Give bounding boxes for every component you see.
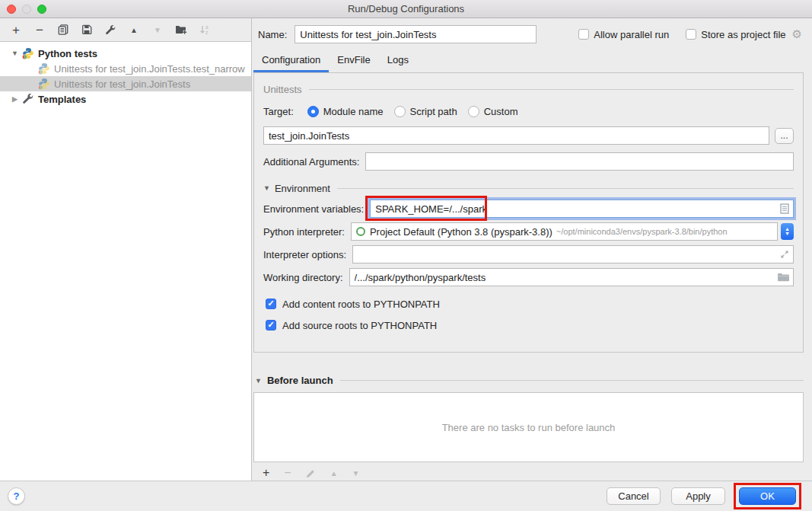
edit-task-pencil-icon	[306, 468, 316, 478]
tab-logs[interactable]: Logs	[379, 48, 417, 72]
tree-item-unittest-narrow[interactable]: Unittests for test_join.JoinTests.test_n…	[0, 61, 251, 76]
additional-arguments-input[interactable]	[365, 152, 794, 171]
empty-tasks-message: There are no tasks to run before launch	[442, 422, 616, 433]
environment-variables-row: Environment variables:	[263, 197, 794, 220]
separator-line	[309, 89, 794, 90]
move-task-down-icon: ▼	[352, 469, 360, 477]
run-debug-configurations-dialog: Run/Debug Configurations + − ▲ ▼	[0, 0, 812, 511]
configurations-sidebar: + − ▲ ▼ az	[0, 18, 252, 481]
additional-arguments-row: Additional Arguments:	[263, 150, 794, 173]
checkbox-label: Allow parallel run	[594, 29, 669, 40]
collapse-icon[interactable]: ▼	[255, 377, 262, 385]
configurations-tree: ▼ Python tests Unittests for test_join.J…	[0, 41, 251, 481]
add-task-icon[interactable]: +	[263, 466, 269, 480]
radio-selected-icon[interactable]	[307, 106, 319, 117]
new-folder-icon[interactable]	[175, 24, 187, 36]
tab-envfile[interactable]: EnvFile	[329, 48, 378, 72]
store-as-project-file-checkbox[interactable]: Store as project file	[686, 29, 785, 40]
checkbox-icon[interactable]	[578, 29, 589, 40]
checkbox-label: Add source roots to PYTHONPATH	[282, 320, 437, 331]
environment-variables-input[interactable]	[370, 200, 794, 218]
group-title: Environment	[275, 183, 330, 194]
unittests-group-header: Unittests	[263, 80, 794, 98]
module-name-input[interactable]	[263, 126, 769, 145]
move-down-icon: ▼	[151, 24, 164, 36]
collapse-icon[interactable]: ▼	[263, 184, 270, 192]
remove-task-icon: −	[284, 466, 291, 480]
configuration-tab-panel: Unittests Target: Module name Script pat…	[253, 72, 804, 353]
radio-icon[interactable]	[394, 106, 406, 117]
edit-templates-wrench-icon[interactable]	[104, 24, 116, 36]
save-configuration-icon[interactable]	[81, 24, 93, 36]
radio-custom[interactable]: Custom	[468, 106, 518, 117]
name-label: Name:	[258, 29, 287, 40]
cancel-button[interactable]: Cancel	[607, 487, 661, 505]
help-button[interactable]: ?	[8, 487, 25, 505]
source-roots-checkbox[interactable]: Add source roots to PYTHONPATH	[263, 315, 794, 336]
target-row: Target: Module name Script path Custom	[263, 100, 794, 123]
tab-configuration[interactable]: Configuration	[253, 48, 329, 72]
allow-parallel-run-checkbox[interactable]: Allow parallel run	[578, 29, 669, 40]
name-input[interactable]	[295, 25, 537, 43]
group-title: Unittests	[263, 84, 302, 95]
tree-item-unittest-join-selected[interactable]: Unittests for test_join.JoinTests	[0, 76, 251, 91]
working-directory-input[interactable]	[349, 268, 794, 286]
combobox-stepper-icon[interactable]: ▲▼	[781, 223, 794, 240]
python-test-icon	[38, 62, 50, 75]
checkbox-label: Store as project file	[701, 29, 785, 40]
python-interpreter-row: Python interpreter: Project Default (Pyt…	[263, 220, 794, 243]
tree-item-label: Templates	[38, 94, 86, 105]
radio-icon[interactable]	[468, 106, 479, 117]
expand-field-icon[interactable]	[780, 250, 789, 259]
annotation-ok-red-box: OK	[734, 483, 801, 509]
radio-label: Custom	[484, 106, 518, 117]
expand-icon[interactable]: ▶	[11, 95, 19, 103]
dialog-footer: ? Cancel Apply OK	[0, 481, 812, 511]
before-launch-task-list: There are no tasks to run before launch	[253, 392, 804, 462]
python-interpreter-select[interactable]: Project Default (Python 3.8 (pyspark-3.8…	[351, 222, 778, 241]
radio-module-name[interactable]: Module name	[307, 106, 384, 117]
sidebar-toolbar: + − ▲ ▼ az	[0, 18, 251, 41]
move-up-icon[interactable]: ▲	[128, 24, 140, 36]
tree-item-python-tests[interactable]: ▼ Python tests	[0, 46, 251, 61]
python-test-icon	[38, 78, 50, 90]
gear-icon: ⚙	[792, 27, 802, 41]
sort-configurations-icon: az	[199, 24, 211, 36]
move-task-up-icon: ▲	[330, 469, 338, 477]
svg-text:a: a	[205, 24, 209, 30]
content-roots-checkbox[interactable]: Add content roots to PYTHONPATH	[263, 293, 794, 315]
before-launch-header[interactable]: ▼ Before launch	[255, 372, 804, 389]
configuration-editor: Name: Allow parallel run Store as projec…	[252, 18, 812, 481]
module-name-row: ...	[263, 124, 794, 147]
checkbox-label: Add content roots to PYTHONPATH	[282, 299, 440, 310]
folder-icon[interactable]	[778, 273, 789, 282]
tree-item-templates[interactable]: ▶ Templates	[0, 91, 251, 107]
edit-variables-icon[interactable]	[780, 203, 789, 214]
radio-label: Script path	[410, 106, 457, 117]
interpreter-options-label: Interpreter options:	[263, 249, 346, 260]
interpreter-options-row: Interpreter options:	[263, 243, 794, 266]
environment-group-header[interactable]: ▼ Environment	[263, 179, 794, 197]
checkbox-icon[interactable]	[686, 29, 696, 40]
checkbox-checked-icon[interactable]	[266, 299, 276, 309]
config-tabs: Configuration EnvFile Logs	[253, 48, 812, 72]
tree-item-label: Python tests	[38, 48, 97, 59]
radio-label: Module name	[323, 106, 384, 117]
titlebar: Run/Debug Configurations	[0, 0, 812, 18]
working-directory-label: Working directory:	[263, 272, 343, 283]
additional-arguments-label: Additional Arguments:	[263, 156, 359, 168]
name-row: Name: Allow parallel run Store as projec…	[252, 25, 812, 43]
add-configuration-icon[interactable]: +	[10, 24, 22, 36]
interpreter-path: ~/opt/miniconda3/envs/pyspark-3.8/bin/py…	[556, 227, 777, 236]
interpreter-options-input[interactable]	[352, 245, 794, 263]
separator-line	[337, 188, 794, 189]
collapse-icon[interactable]: ▼	[11, 50, 19, 57]
copy-configuration-icon[interactable]	[57, 24, 69, 36]
remove-configuration-icon[interactable]: −	[33, 24, 46, 36]
checkbox-checked-icon[interactable]	[266, 320, 276, 331]
ok-button[interactable]: OK	[739, 487, 796, 505]
browse-module-button[interactable]: ...	[775, 128, 794, 144]
radio-script-path[interactable]: Script path	[394, 106, 457, 117]
before-launch-title: Before launch	[267, 375, 333, 386]
apply-button[interactable]: Apply	[671, 487, 725, 505]
